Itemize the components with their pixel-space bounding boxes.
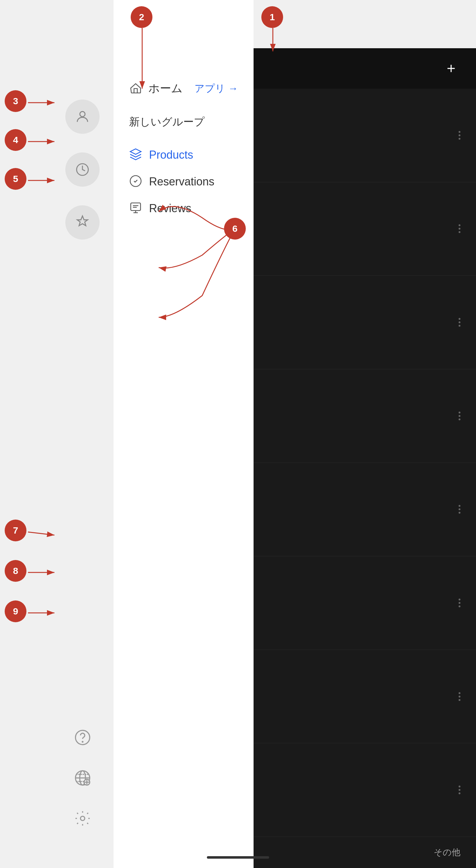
- dots-menu-2[interactable]: [458, 224, 461, 233]
- products-label: Products: [149, 148, 193, 161]
- pin-icon: [75, 215, 90, 230]
- help-icon: [74, 729, 91, 746]
- settings-icon: [74, 810, 91, 827]
- right-row-6: [254, 556, 476, 650]
- reservations-label: Reservations: [149, 175, 214, 188]
- user-button[interactable]: [65, 99, 100, 134]
- svg-point-3: [82, 741, 83, 742]
- reviews-icon: [129, 201, 142, 216]
- annotation-9: 9: [5, 600, 26, 622]
- home-left: ホーム: [129, 81, 183, 96]
- dots-menu-5[interactable]: [458, 505, 461, 514]
- reviews-label: Reviews: [149, 202, 191, 215]
- right-panel: その他: [254, 48, 476, 868]
- pin-button[interactable]: [65, 205, 100, 240]
- globe-button[interactable]: [70, 765, 95, 790]
- annotation-5: 5: [5, 168, 26, 190]
- annotation-7: 7: [5, 520, 26, 541]
- annotation-8: 8: [5, 560, 26, 582]
- settings-button[interactable]: [70, 806, 95, 831]
- right-row-7: [254, 650, 476, 744]
- right-row-3: [254, 276, 476, 369]
- svg-point-0: [80, 112, 85, 117]
- add-button[interactable]: [442, 59, 461, 78]
- dots-menu-4[interactable]: [458, 412, 461, 420]
- menu-item-products[interactable]: Products: [129, 142, 238, 168]
- group-title: 新しいグループ: [129, 115, 238, 129]
- products-icon: [129, 148, 142, 162]
- svg-rect-12: [131, 203, 140, 211]
- dots-menu-8[interactable]: [458, 785, 461, 794]
- menu-item-reservations[interactable]: Reservations: [129, 168, 238, 195]
- annotation-4: 4: [5, 129, 26, 151]
- dots-menu-1[interactable]: [458, 131, 461, 140]
- right-panel-header: [254, 48, 476, 89]
- menu-item-reviews[interactable]: Reviews: [129, 195, 238, 222]
- home-row: ホーム アプリ →: [129, 81, 238, 96]
- app-link[interactable]: アプリ →: [194, 82, 238, 95]
- annotation-1: 1: [261, 6, 283, 28]
- dots-menu-7[interactable]: [458, 692, 461, 701]
- clock-button[interactable]: [65, 152, 100, 187]
- clock-icon: [75, 162, 90, 177]
- svg-line-25: [28, 532, 55, 535]
- right-row-8: [254, 743, 476, 837]
- annotation-2: 2: [131, 6, 153, 28]
- reservations-icon: [129, 175, 142, 189]
- annotation-3: 3: [5, 90, 26, 112]
- home-icon: [129, 82, 142, 96]
- right-panel-rows: [254, 89, 476, 837]
- dots-menu-3[interactable]: [458, 318, 461, 327]
- menu-panel: ホーム アプリ → 新しいグループ Products Reservations: [114, 0, 254, 868]
- right-row-5: [254, 463, 476, 557]
- right-panel-footer: その他: [254, 837, 476, 868]
- user-icon: [75, 109, 90, 124]
- home-bar: [207, 856, 269, 859]
- globe-icon: [74, 769, 91, 786]
- annotation-6: 6: [224, 218, 246, 240]
- home-label: ホーム: [149, 81, 183, 96]
- right-row-4: [254, 369, 476, 463]
- svg-point-10: [80, 816, 85, 820]
- sidebar: [51, 0, 114, 868]
- dots-menu-6[interactable]: [458, 598, 461, 607]
- footer-label: その他: [434, 846, 461, 858]
- right-row-2: [254, 182, 476, 276]
- help-button[interactable]: [70, 725, 95, 750]
- sidebar-bottom: [70, 725, 95, 831]
- right-row-1: [254, 89, 476, 182]
